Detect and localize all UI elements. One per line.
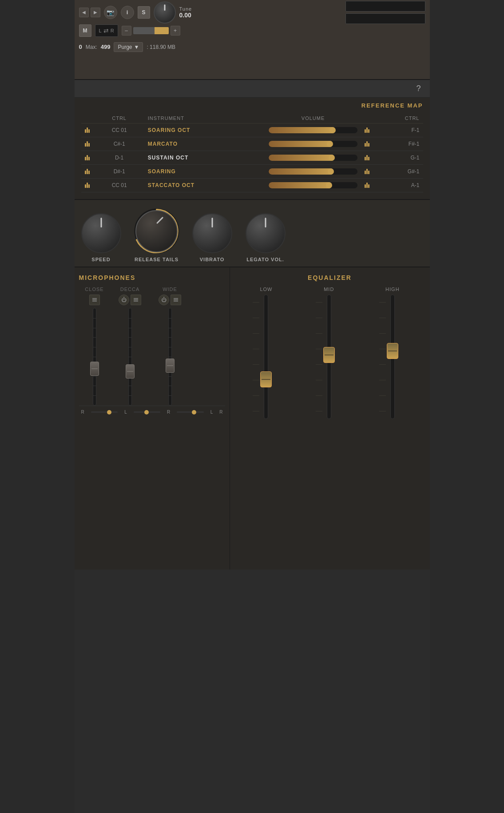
wide-label: WIDE [163, 287, 177, 292]
pan-r3: R [219, 410, 222, 414]
eq-mid-label: MID [324, 287, 334, 292]
purge-button[interactable]: Purge ▼ [114, 42, 143, 52]
volume-slider[interactable] [269, 182, 357, 188]
microphones-title: MICROPHONES [79, 274, 225, 281]
note-right: G#-1 [374, 165, 423, 179]
eq-high-fader[interactable] [387, 343, 398, 359]
volume-slider[interactable] [269, 168, 357, 175]
reference-map-section: REFERENCE MAP CTRL INSTRUMENT VOLUME CTR… [75, 98, 430, 200]
close-fader[interactable] [90, 362, 99, 376]
table-row: C#-1MARCATOF#-1 [81, 137, 423, 151]
display-box-top [345, 1, 425, 12]
note-right: F#-1 [374, 137, 423, 151]
midi-icon [85, 155, 91, 160]
s-button[interactable]: S [138, 6, 150, 19]
pan-l1: L [124, 410, 127, 414]
tune-knob[interactable] [154, 1, 176, 24]
volume-cell[interactable] [265, 137, 361, 151]
release-tails-knob-group: RELEASE TAILS [135, 209, 179, 262]
pan-row: R L R L R [79, 406, 225, 418]
volume-slider[interactable] [133, 27, 169, 34]
wide-power-btn[interactable]: ⏻ [159, 295, 169, 305]
next-button[interactable]: ▶ [91, 8, 100, 17]
svg-rect-8 [174, 299, 178, 300]
lr-display: L ⇄ R [95, 24, 118, 37]
svg-rect-7 [174, 298, 178, 299]
ctrl-left: CC 01 [95, 124, 144, 137]
eq-mid-track[interactable] [327, 295, 331, 419]
eq-mid-fader[interactable] [323, 347, 335, 363]
eq-high-track[interactable] [390, 295, 395, 419]
midi-icon-right [365, 141, 371, 147]
svg-rect-1 [92, 298, 97, 299]
volume-cell[interactable] [265, 151, 361, 165]
vol-minus-button[interactable]: – [122, 26, 131, 36]
decca-list-btn[interactable] [131, 295, 141, 305]
eq-mid-col: MID [324, 287, 334, 419]
midi-icon-right [365, 169, 371, 174]
camera-button[interactable]: 📷 [104, 6, 117, 19]
pan-slider-3[interactable] [177, 411, 203, 413]
instrument-name: SOARING [144, 165, 265, 179]
decca-fader[interactable] [126, 364, 135, 379]
volume-slider[interactable] [269, 155, 357, 161]
close-fader-track[interactable] [93, 308, 96, 406]
table-row: D#-1SOARINGG#-1 [81, 165, 423, 179]
help-button[interactable]: ? [416, 84, 421, 93]
pan-slider-2[interactable] [134, 411, 160, 413]
knobs-section: SPEED RELEASE TAILS VIBRATO [75, 200, 430, 267]
legato-vol-label: LEGATO VOL. [246, 257, 284, 262]
reference-map-table: CTRL INSTRUMENT VOLUME CTRL CC 01SOARING… [81, 113, 423, 192]
release-tails-knob[interactable] [135, 210, 178, 252]
vibrato-knob-group: VIBRATO [192, 213, 232, 262]
note-right: A-1 [374, 179, 423, 192]
wide-fader-track[interactable] [168, 308, 172, 406]
ctrl-left: C#-1 [95, 137, 144, 151]
legato-vol-knob[interactable] [246, 213, 286, 253]
vibrato-label: VIBRATO [200, 257, 225, 262]
decca-power-btn[interactable]: ⏻ [119, 295, 129, 305]
svg-rect-6 [134, 301, 138, 302]
eq-low-track[interactable] [264, 295, 268, 419]
memory-display: : 118.90 MB [147, 44, 175, 50]
midi-icon [85, 128, 91, 133]
instrument-name: STACCATO OCT [144, 179, 265, 192]
pan-slider-1[interactable] [91, 411, 118, 413]
eq-high-label: HIGH [385, 287, 400, 292]
vol-plus-button[interactable]: + [171, 26, 180, 36]
instrument-name: SOARING OCT [144, 124, 265, 137]
col-volume: VOLUME [265, 113, 361, 124]
prev-button[interactable]: ◀ [79, 8, 89, 17]
decca-fader-track[interactable] [128, 308, 132, 406]
volume-slider[interactable] [269, 141, 357, 147]
equalizer-panel: EQUALIZER LOW [230, 267, 430, 570]
svg-rect-5 [134, 299, 138, 300]
speed-knob[interactable] [81, 213, 121, 253]
vibrato-knob[interactable] [192, 213, 232, 253]
wide-fader[interactable] [166, 359, 175, 373]
note-right: F-1 [374, 124, 423, 137]
volume-cell[interactable] [265, 165, 361, 179]
table-row: D-1SUSTAIN OCTG-1 [81, 151, 423, 165]
reference-map-title: REFERENCE MAP [81, 102, 423, 109]
tune-value: 0.00 [179, 12, 192, 19]
close-list-btn[interactable] [89, 295, 100, 305]
max-label: Max: [86, 44, 97, 50]
tune-label: Tune [179, 6, 192, 12]
microphones-panel: MICROPHONES CLOSE [75, 267, 230, 570]
r-label: R [111, 28, 114, 33]
wide-list-btn[interactable] [171, 295, 181, 305]
legato-vol-knob-group: LEGATO VOL. [246, 213, 286, 262]
volume-slider[interactable] [269, 127, 357, 133]
info-button[interactable]: i [121, 6, 134, 19]
ctrl-left: CC 01 [95, 179, 144, 192]
m-button[interactable]: M [79, 24, 91, 37]
eq-low-fader[interactable] [260, 371, 272, 387]
release-tails-label: RELEASE TAILS [135, 257, 179, 262]
midi-icon [85, 183, 91, 188]
col-ctrl-left: CTRL [95, 113, 144, 124]
table-row: CC 01SOARING OCTF-1 [81, 124, 423, 137]
volume-cell[interactable] [265, 179, 361, 192]
svg-rect-4 [134, 298, 138, 299]
volume-cell[interactable] [265, 124, 361, 137]
